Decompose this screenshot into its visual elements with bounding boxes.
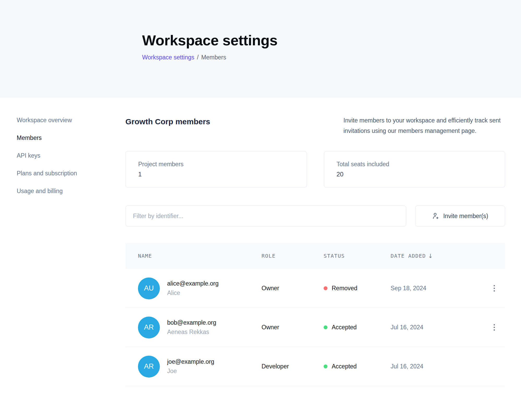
avatar: AR	[138, 317, 160, 338]
member-date-added: Sep 18, 2024	[391, 285, 479, 292]
page-title: Workspace settings	[142, 32, 521, 49]
breadcrumb-current: Members	[201, 54, 226, 61]
member-role: Owner	[262, 285, 324, 292]
table-header-row: NAME ROLE STATUS DATE ADDED ↓	[125, 243, 505, 269]
column-header-date-added[interactable]: DATE ADDED ↓	[391, 253, 479, 259]
table-row: AU alice@example.org Alice Owner Removed…	[125, 269, 505, 308]
member-status: Accepted	[324, 324, 391, 331]
stat-label: Project members	[138, 161, 307, 168]
row-menu-kebab-icon[interactable]	[488, 283, 500, 294]
person-plus-icon	[432, 212, 439, 220]
content-area: Workspace overview Members API keys Plan…	[0, 98, 521, 386]
column-header-status: STATUS	[324, 253, 391, 259]
member-email: joe@example.org	[167, 358, 214, 365]
member-display-name: Alice	[167, 289, 219, 297]
status-dot-icon	[324, 365, 328, 368]
filter-input[interactable]	[125, 206, 406, 226]
member-status: Removed	[324, 285, 391, 292]
stat-label: Total seats included	[337, 161, 505, 168]
column-header-role: ROLE	[262, 253, 324, 259]
members-table: NAME ROLE STATUS DATE ADDED ↓ AU alice@e…	[125, 243, 505, 386]
status-label: Accepted	[332, 324, 357, 331]
status-dot-icon	[324, 286, 328, 290]
member-email: bob@example.org	[167, 319, 216, 326]
invite-members-label: Invite member(s)	[443, 213, 488, 220]
breadcrumb-link-workspace-settings[interactable]: Workspace settings	[142, 54, 194, 61]
table-row: AR bob@example.org Aeneas Rekkas Owner A…	[125, 308, 505, 347]
sidebar-item-workspace-overview[interactable]: Workspace overview	[17, 117, 72, 124]
member-status: Accepted	[324, 363, 391, 370]
invite-members-button[interactable]: Invite member(s)	[415, 206, 505, 226]
member-identity: alice@example.org Alice	[167, 280, 219, 297]
stat-card-total-seats: Total seats included 20	[324, 151, 505, 188]
members-main: Growth Corp members Invite members to yo…	[125, 117, 521, 386]
avatar: AR	[138, 356, 160, 378]
member-date-added: Jul 16, 2024	[391, 324, 479, 331]
stat-value: 20	[337, 171, 505, 178]
sidebar-item-members[interactable]: Members	[17, 134, 42, 141]
filter-row: Invite member(s)	[125, 206, 505, 226]
member-display-name: Joe	[167, 368, 214, 375]
stat-card-project-members: Project members 1	[125, 151, 307, 188]
row-menu-kebab-icon[interactable]	[488, 322, 500, 333]
member-identity: bob@example.org Aeneas Rekkas	[167, 319, 216, 336]
stats-row: Project members 1 Total seats included 2…	[125, 151, 505, 188]
status-label: Accepted	[332, 363, 357, 370]
breadcrumb: Workspace settings / Members	[142, 54, 521, 61]
status-label: Removed	[332, 285, 357, 292]
breadcrumb-separator: /	[197, 54, 198, 61]
sidebar-item-api-keys[interactable]: API keys	[17, 152, 40, 159]
member-email: alice@example.org	[167, 280, 219, 287]
member-identity: joe@example.org Joe	[167, 358, 214, 375]
avatar: AU	[138, 277, 160, 299]
members-header: Growth Corp members Invite members to yo…	[125, 117, 505, 136]
page-header: Workspace settings Workspace settings / …	[0, 0, 521, 98]
sort-descending-icon: ↓	[428, 253, 433, 259]
member-date-added: Jul 16, 2024	[391, 363, 479, 370]
stat-value: 1	[138, 171, 307, 178]
member-name-cell: AU alice@example.org Alice	[138, 277, 262, 299]
sidebar-item-plans-and-subscription[interactable]: Plans and subscription	[17, 170, 77, 177]
sidebar-item-usage-and-billing[interactable]: Usage and billing	[17, 188, 63, 195]
member-name-cell: AR bob@example.org Aeneas Rekkas	[138, 317, 262, 338]
settings-sidebar: Workspace overview Members API keys Plan…	[0, 117, 125, 386]
table-row: AR joe@example.org Joe Developer Accepte…	[125, 347, 505, 386]
section-description: Invite members to your workspace and eff…	[343, 115, 505, 136]
member-role: Developer	[262, 363, 324, 370]
status-dot-icon	[324, 325, 328, 329]
member-name-cell: AR joe@example.org Joe	[138, 356, 262, 378]
section-heading: Growth Corp members	[125, 117, 210, 126]
member-display-name: Aeneas Rekkas	[167, 329, 216, 336]
column-header-date-added-label: DATE ADDED	[391, 253, 426, 259]
column-header-name: NAME	[138, 253, 262, 259]
member-role: Owner	[262, 324, 324, 331]
